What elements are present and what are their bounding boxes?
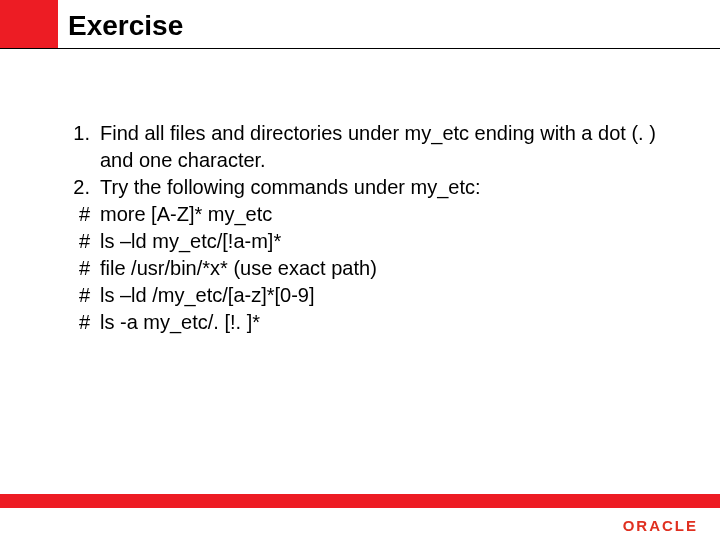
list-marker: 1. [60,120,100,147]
list-item: # ls –ld /my_etc/[a-z]*[0-9] [60,282,670,309]
list-text: Try the following commands under my_etc: [100,174,670,201]
list-text: ls –ld my_etc/[!a-m]* [100,228,670,255]
list-text: more [A-Z]* my_etc [100,201,670,228]
list-item: # ls –ld my_etc/[!a-m]* [60,228,670,255]
list-item: 2. Try the following commands under my_e… [60,174,670,201]
list-item: # file /usr/bin/*x* (use exact path) [60,255,670,282]
page-title: Exercise [68,10,183,42]
list-text: ls –ld /my_etc/[a-z]*[0-9] [100,282,670,309]
list-marker: # [60,309,100,336]
list-marker: # [60,255,100,282]
list-marker: # [60,282,100,309]
slide-header: Exercise [0,0,720,62]
list-text: Find all files and directories under my_… [100,120,670,174]
list-marker: # [60,201,100,228]
list-item: 1. Find all files and directories under … [60,120,670,174]
divider-line [0,48,720,49]
content-list: 1. Find all files and directories under … [60,120,670,336]
list-item: # more [A-Z]* my_etc [60,201,670,228]
oracle-logo: ORACLE [623,517,698,534]
list-text: file /usr/bin/*x* (use exact path) [100,255,670,282]
footer-bar [0,494,720,508]
list-marker: # [60,228,100,255]
red-block-icon [0,0,58,48]
list-item: # ls -a my_etc/. [!. ]* [60,309,670,336]
list-marker: 2. [60,174,100,201]
list-text: ls -a my_etc/. [!. ]* [100,309,670,336]
